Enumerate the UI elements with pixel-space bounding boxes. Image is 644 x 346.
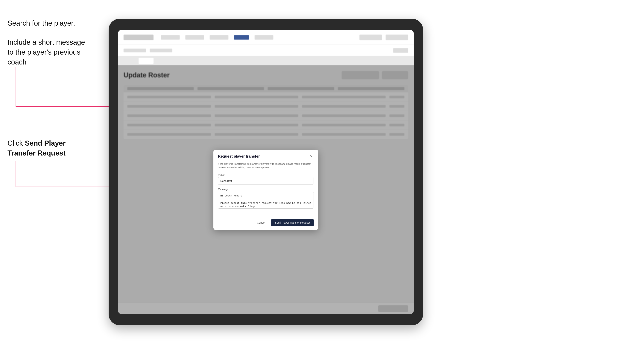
- player-label: Player: [218, 173, 314, 176]
- request-transfer-modal: Request player transfer ✕ If the player …: [214, 150, 318, 230]
- annotation-click-text: Click Send Player Transfer Request: [8, 138, 92, 158]
- tab-bar: [118, 56, 414, 65]
- nav-items: [161, 35, 360, 40]
- breadcrumb-1: [124, 49, 146, 52]
- annotation-area: Search for the player. Include a short m…: [0, 0, 108, 346]
- app-header: [118, 30, 414, 45]
- header-btn-1: [360, 35, 382, 40]
- header-btn-2: [386, 35, 408, 40]
- message-textarea[interactable]: Hi Coach McHarg, Please accept this tran…: [218, 192, 314, 209]
- send-transfer-request-button[interactable]: Send Player Transfer Request: [271, 219, 314, 226]
- app-logo: [124, 35, 154, 40]
- annotation-search-text: Search for the player.: [8, 19, 75, 28]
- tablet-screen: Update Roster: [118, 30, 414, 314]
- modal-title: Request player transfer: [218, 154, 260, 159]
- sub-header: [118, 45, 414, 56]
- sub-header-right: [393, 48, 408, 53]
- player-input[interactable]: [218, 177, 314, 185]
- nav-item-3: [210, 35, 228, 40]
- modal-body: If the player is transferring from anoth…: [214, 162, 318, 217]
- modal-description: If the player is transferring from anoth…: [218, 162, 314, 169]
- message-label: Message: [218, 188, 314, 191]
- nav-item-2: [185, 35, 204, 40]
- cancel-button[interactable]: Cancel: [253, 219, 269, 226]
- nav-item-1: [161, 35, 180, 40]
- modal-close-button[interactable]: ✕: [308, 154, 314, 159]
- player-form-group: Player: [218, 173, 314, 185]
- nav-item-5: [254, 35, 273, 40]
- message-form-group: Message Hi Coach McHarg, Please accept t…: [218, 188, 314, 209]
- modal-overlay: Request player transfer ✕ If the player …: [118, 65, 414, 314]
- modal-header: Request player transfer ✕: [214, 150, 318, 162]
- annotation-message-text: Include a short messageto the player's p…: [8, 37, 92, 67]
- breadcrumb-area: [124, 49, 393, 52]
- tab-1: [124, 58, 137, 64]
- nav-item-active: [234, 35, 249, 40]
- header-right: [360, 35, 408, 40]
- tablet-device: Update Roster: [108, 19, 423, 325]
- breadcrumb-2: [150, 49, 172, 52]
- modal-footer: Cancel Send Player Transfer Request: [214, 217, 318, 230]
- tab-active: [138, 58, 154, 64]
